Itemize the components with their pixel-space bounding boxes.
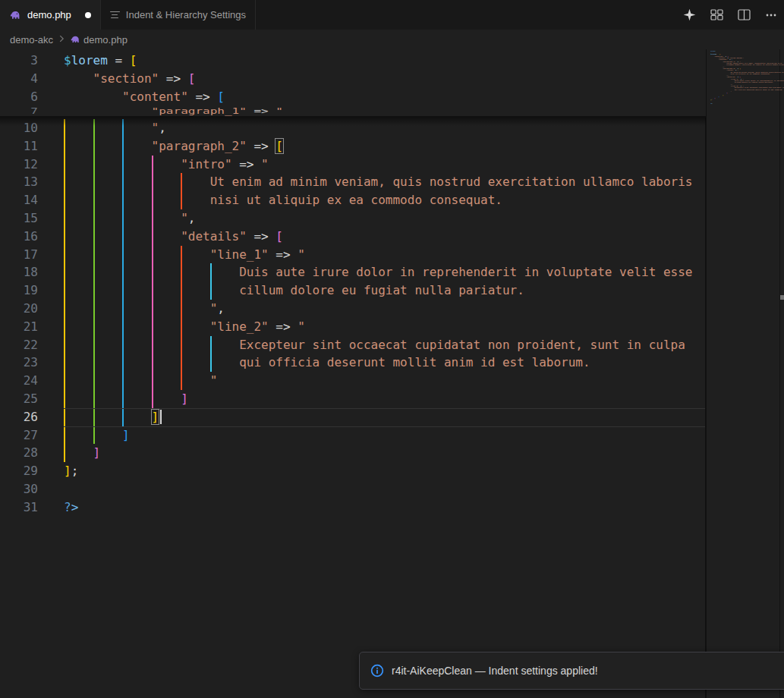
- code-line-28[interactable]: 28 ]: [0, 444, 784, 462]
- token: =>: [269, 319, 298, 334]
- line-number: 31: [0, 498, 38, 517]
- code-line-26[interactable]: 26 ]: [0, 408, 784, 426]
- line-text: nisi ut aliquip ex ea commodo consequat.: [64, 191, 502, 209]
- line-number: 21: [0, 318, 38, 336]
- token: $: [64, 53, 71, 68]
- minimap[interactable]: <?php $lorem = [ "section" => [ "title" …: [710, 50, 784, 171]
- tab-bar: demo.php Indent & Hierarchy Settings: [0, 0, 784, 30]
- code-line-12[interactable]: 12 "intro" => ": [0, 156, 784, 174]
- code-line-11[interactable]: 11 "paragraph_2" => [: [0, 137, 784, 156]
- line-text: Duis aute irure dolor in reprehenderit i…: [64, 263, 692, 281]
- code-line-6[interactable]: 6 "content" => [: [0, 88, 706, 106]
- code-editor[interactable]: 10 ",11 "paragraph_2" => [12 "intro" => …: [0, 49, 784, 698]
- token: "paragraph_2": [152, 139, 247, 153]
- token: Ut enim ad minim veniam, quis nostrud ex…: [210, 174, 693, 189]
- notification-toast[interactable]: r4it-AiKeepClean — Indent settings appli…: [359, 652, 784, 690]
- line-number: 25: [0, 390, 38, 408]
- tab-indent-hierarchy-settings[interactable]: Indent & Hierarchy Settings: [101, 0, 256, 30]
- line-number: 22: [0, 336, 38, 354]
- token: [: [130, 53, 137, 68]
- token: ,: [188, 211, 196, 225]
- token: ": [298, 319, 305, 334]
- editor-actions: [681, 0, 779, 30]
- line-number: 11: [0, 137, 38, 156]
- token: ": [210, 373, 218, 388]
- code-line-15[interactable]: 15 ",: [0, 209, 784, 228]
- line-text: "details" => [: [64, 228, 283, 246]
- sticky-scroll[interactable]: 3$lorem = [4 "section" => [6 "content" =…: [0, 49, 706, 118]
- code-line-3[interactable]: 3$lorem = [: [0, 52, 706, 70]
- line-number: 6: [0, 88, 38, 106]
- token: ,: [217, 301, 225, 316]
- split-editor-icon[interactable]: [735, 7, 752, 24]
- token: [: [217, 90, 225, 104]
- code-line-14[interactable]: 14 nisi ut aliquip ex ea commodo consequ…: [0, 191, 784, 209]
- tab-label: Indent & Hierarchy Settings: [126, 9, 246, 20]
- line-text: ]: [64, 390, 188, 408]
- token: =>: [247, 139, 276, 153]
- token: cillum dolore eu fugiat nulla pariatur.: [239, 283, 524, 297]
- line-text: ",: [64, 209, 195, 228]
- code-line-20[interactable]: 20 ",: [0, 300, 784, 318]
- line-text: "content" => [: [64, 88, 225, 106]
- code-line-17[interactable]: 17 "line_1" => ": [0, 246, 784, 264]
- token: "paragraph_1": [152, 107, 247, 115]
- code-line-16[interactable]: 16 "details" => [: [0, 228, 784, 246]
- token: ;: [71, 464, 79, 478]
- token: lorem: [71, 53, 108, 68]
- more-actions-icon[interactable]: [763, 7, 779, 24]
- code-line-23[interactable]: 23 qui officia deserunt mollit anim id e…: [0, 354, 784, 372]
- code-line-13[interactable]: 13 Ut enim ad minim veniam, quis nostrud…: [0, 173, 784, 191]
- line-number: 27: [0, 426, 38, 445]
- code-line-22[interactable]: 22 Excepteur sint occaecat cupidatat non…: [0, 336, 784, 354]
- token: "details": [181, 229, 247, 244]
- code-line-18[interactable]: 18 Duis aute irure dolor in reprehenderi…: [0, 263, 784, 281]
- line-number: 4: [0, 70, 38, 88]
- line-number: 17: [0, 246, 38, 264]
- token: =: [108, 53, 130, 68]
- line-number: 26: [0, 408, 38, 426]
- token: "section": [93, 71, 159, 86]
- code-line-19[interactable]: 19 cillum dolore eu fugiat nulla pariatu…: [0, 281, 784, 300]
- token: Duis aute irure dolor in reprehenderit i…: [239, 265, 692, 279]
- token: Excepteur sint occaecat cupidatat non pr…: [239, 338, 685, 352]
- token: [: [276, 139, 283, 153]
- token: ]: [93, 445, 101, 460]
- line-text: ]: [64, 426, 130, 445]
- token: ": [276, 107, 283, 115]
- token: "line_1": [210, 247, 269, 262]
- token: =>: [269, 247, 298, 262]
- token: ": [210, 301, 218, 316]
- token: =>: [159, 71, 188, 86]
- token: >: [71, 500, 79, 514]
- line-text: Ut enim ad minim veniam, quis nostrud ex…: [64, 173, 692, 191]
- token: =>: [232, 157, 262, 171]
- code-line-29[interactable]: 29];: [0, 462, 784, 480]
- tab-demo-php[interactable]: demo.php: [0, 0, 101, 30]
- breadcrumb-folder[interactable]: demo-akc: [10, 34, 53, 46]
- editor-layout-icon[interactable]: [708, 7, 725, 24]
- token: =>: [247, 229, 276, 244]
- modified-indicator-dot[interactable]: [85, 12, 91, 18]
- code-line-21[interactable]: 21 "line_2" => ": [0, 318, 784, 336]
- breadcrumb-file[interactable]: demo.php: [83, 34, 128, 46]
- php-elephant-icon: [9, 9, 21, 21]
- token: ": [261, 157, 269, 171]
- line-text: ];: [64, 462, 78, 480]
- code-line-24[interactable]: 24 ": [0, 372, 784, 390]
- code-line-31[interactable]: 31?>: [0, 498, 784, 517]
- php-elephant-icon: [70, 34, 80, 45]
- line-number: 13: [0, 173, 38, 191]
- code-line-30[interactable]: 30: [0, 480, 784, 498]
- line-text: "line_2" => ": [64, 318, 305, 336]
- token: ]: [181, 391, 188, 406]
- line-text: ]: [64, 408, 159, 426]
- current-line-border-top: [64, 408, 705, 409]
- line-number: 30: [0, 480, 38, 498]
- code-line-27[interactable]: 27 ]: [0, 426, 784, 445]
- sticky-scroll-shadow: [0, 116, 706, 126]
- code-line-4[interactable]: 4 "section" => [: [0, 70, 706, 88]
- line-text: cillum dolore eu fugiat nulla pariatur.: [64, 281, 524, 300]
- copilot-sparkle-icon[interactable]: [681, 7, 697, 24]
- code-line-25[interactable]: 25 ]: [0, 390, 784, 408]
